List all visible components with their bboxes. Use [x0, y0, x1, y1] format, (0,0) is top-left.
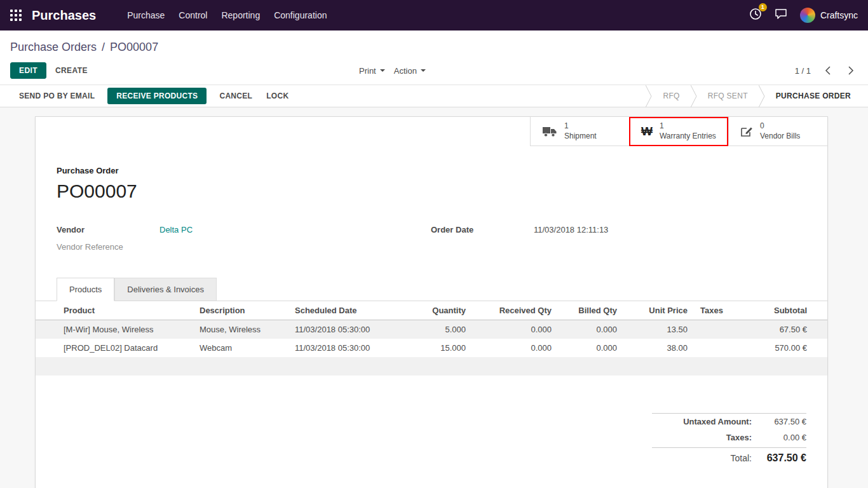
pager: 1 / 1: [795, 66, 858, 76]
shipment-stat-button[interactable]: 1 Shipment: [530, 117, 629, 146]
control-panel: Purchase Orders/PO00007 EDIT CREATE Prin…: [0, 30, 868, 85]
activity-count-badge: 1: [759, 3, 767, 11]
pager-value: 1 / 1: [795, 66, 811, 76]
order-line-cell: 11/03/2018 05:30:00: [290, 339, 401, 357]
order-line-cell: [693, 339, 750, 357]
control-panel-buttons: EDIT CREATE Print Action 1 / 1: [10, 62, 858, 79]
caret-down-icon: [421, 69, 426, 72]
column-header-unit-price[interactable]: Unit Price: [622, 301, 693, 320]
field-column-right: Order Date 11/03/2018 12:11:13: [431, 225, 806, 259]
column-header-subtotal[interactable]: Subtotal: [750, 301, 827, 320]
user-menu[interactable]: Craftsync: [800, 8, 858, 23]
chevron-right-icon: [848, 66, 854, 75]
order-lines-table: Product Description Scheduled Date Quant…: [36, 301, 827, 376]
stat-button-box: 1 Shipment ₩ 1 Warranty Entries 0 Vendor…: [36, 117, 827, 146]
vendor-bills-label: Vendor Bills: [760, 132, 800, 142]
taxes-row: Taxes: 0.00 €: [652, 430, 806, 445]
apps-menu-icon[interactable]: [10, 10, 22, 21]
sheet-body: Purchase Order PO00007 Vendor Delta PC V…: [36, 166, 827, 259]
vendor-field: Vendor Delta PC: [57, 225, 431, 238]
tab-deliveries-invoices[interactable]: Deliveries & Invoices: [114, 278, 217, 301]
avatar: [800, 8, 815, 23]
column-header-taxes[interactable]: Taxes: [693, 301, 750, 320]
edit-button[interactable]: EDIT: [10, 62, 46, 79]
state-rfq-sent[interactable]: RFQ SENT: [697, 92, 759, 100]
user-name: Craftsync: [820, 10, 858, 20]
edit-note-icon: [740, 126, 753, 137]
empty-line-row[interactable]: [36, 357, 827, 376]
action-menu-button[interactable]: Action: [394, 66, 426, 76]
shipment-label: Shipment: [564, 132, 597, 142]
tab-products[interactable]: Products: [57, 278, 114, 301]
statusbar-buttons: SEND PO BY EMAIL RECEIVE PRODUCTS CANCEL…: [18, 88, 290, 104]
order-line-cell: [693, 320, 750, 339]
order-date-value: 11/03/2018 12:11:13: [534, 225, 608, 234]
statusbar-arrow-separator: [691, 85, 697, 107]
navbar-right: 1 Craftsync: [749, 8, 858, 23]
total-value: 637.50 €: [752, 452, 806, 464]
column-header-billed-qty[interactable]: Billed Qty: [557, 301, 622, 320]
order-line-cell: 0.000: [471, 339, 557, 357]
action-menu-label: Action: [394, 66, 417, 76]
column-header-scheduled-date[interactable]: Scheduled Date: [290, 301, 401, 320]
order-line-row[interactable]: [PROD_DEL02] DatacardWebcam11/03/2018 05…: [36, 339, 827, 357]
warranty-stat-text: 1 Warranty Entries: [660, 121, 716, 141]
won-sign-icon: ₩: [641, 125, 653, 137]
column-header-product[interactable]: Product: [36, 301, 194, 320]
action-menus: Print Action: [359, 66, 426, 76]
order-line-cell: 0.000: [557, 339, 622, 357]
order-line-cell: Mouse, Wireless: [194, 320, 290, 339]
chat-bubble-icon: [775, 8, 787, 22]
order-line-cell: 0.000: [557, 320, 622, 339]
warranty-count: 1: [660, 121, 716, 132]
column-header-description[interactable]: Description: [194, 301, 290, 320]
menu-configuration[interactable]: Configuration: [267, 10, 334, 20]
activities-button[interactable]: 1: [749, 8, 762, 23]
total-row: Total: 637.50 €: [652, 447, 806, 467]
shipment-stat-text: 1 Shipment: [564, 121, 597, 141]
order-line-cell: 5.000: [401, 320, 471, 339]
warranty-label: Warranty Entries: [660, 132, 716, 142]
order-date-label: Order Date: [431, 225, 534, 234]
pager-previous-button[interactable]: [821, 66, 834, 75]
untaxed-amount-value: 637.50 €: [752, 417, 806, 426]
state-purchase-order[interactable]: PURCHASE ORDER: [765, 92, 868, 100]
vendor-reference-field: Vendor Reference: [57, 242, 431, 255]
messages-button[interactable]: [775, 8, 787, 22]
taxes-value: 0.00 €: [752, 433, 806, 442]
column-header-received-qty[interactable]: Received Qty: [471, 301, 557, 320]
order-lines-body: [M-Wir] Mouse, WirelessMouse, Wireless11…: [36, 320, 827, 376]
vendor-label: Vendor: [57, 225, 159, 234]
statusbar-arrow-separator: [759, 85, 765, 107]
total-label: Total:: [652, 453, 752, 463]
breadcrumb-parent[interactable]: Purchase Orders: [10, 41, 97, 53]
field-column-left: Vendor Delta PC Vendor Reference: [57, 225, 431, 259]
order-line-cell: Webcam: [194, 339, 290, 357]
vendor-reference-label: Vendor Reference: [57, 242, 159, 252]
order-line-row[interactable]: [M-Wir] Mouse, WirelessMouse, Wireless11…: [36, 320, 827, 339]
cancel-button[interactable]: CANCEL: [218, 88, 254, 104]
notebook-tabs: Products Deliveries & Invoices: [36, 277, 827, 301]
vendor-value-link[interactable]: Delta PC: [159, 225, 193, 234]
menu-reporting[interactable]: Reporting: [214, 10, 267, 20]
state-rfq[interactable]: RFQ: [652, 92, 690, 100]
order-line-cell: 0.000: [471, 320, 557, 339]
order-line-cell: 38.00: [622, 339, 693, 357]
warranty-entries-stat-button[interactable]: ₩ 1 Warranty Entries: [629, 117, 728, 146]
untaxed-amount-label: Untaxed Amount:: [652, 417, 752, 426]
create-button[interactable]: CREATE: [55, 66, 88, 75]
form-sheet: 1 Shipment ₩ 1 Warranty Entries 0 Vendor…: [35, 116, 828, 488]
print-menu-button[interactable]: Print: [359, 66, 385, 76]
column-header-quantity[interactable]: Quantity: [401, 301, 471, 320]
send-po-by-email-button[interactable]: SEND PO BY EMAIL: [18, 88, 96, 104]
receive-products-button[interactable]: RECEIVE PRODUCTS: [107, 88, 207, 104]
lock-button[interactable]: LOCK: [265, 88, 290, 104]
pager-next-button[interactable]: [844, 66, 858, 75]
document-name: PO00007: [57, 180, 806, 202]
menu-control[interactable]: Control: [172, 10, 214, 20]
vendor-bills-stat-button[interactable]: 0 Vendor Bills: [728, 117, 827, 146]
app-name[interactable]: Purchases: [32, 8, 96, 23]
menu-purchase[interactable]: Purchase: [120, 10, 172, 20]
untaxed-amount-row: Untaxed Amount: 637.50 €: [652, 414, 806, 430]
order-totals: Untaxed Amount: 637.50 € Taxes: 0.00 € T…: [652, 413, 806, 467]
